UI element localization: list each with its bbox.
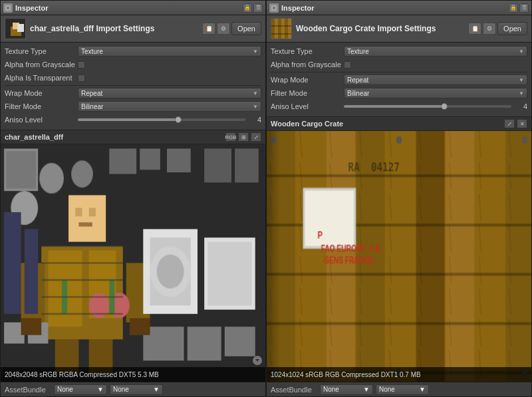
divider-2 — [271, 72, 527, 72]
rgb-icon-btn-1[interactable]: RGB — [225, 132, 236, 142]
titlebar-controls-2: 🔒 ☰ — [509, 3, 529, 13]
wrap-dropdown-arrow-1: ▼ — [253, 90, 258, 96]
assetbundle-label-2: AssetBundle — [271, 386, 317, 394]
filter-mode-dropdown-2[interactable]: Bilinear ▼ — [344, 88, 527, 98]
aniso-label-2: Aniso Level — [271, 102, 344, 110]
panel-title-2: Inspector — [281, 4, 506, 12]
alpha-grayscale-checkbox-1[interactable] — [78, 61, 85, 68]
svg-rect-1 — [7, 7, 9, 9]
aniso-thumb-2 — [441, 103, 448, 110]
filter-mode-row-1: Filter Mode Bilinear ▼ — [5, 100, 261, 112]
asset-title-1: char_astrella_dff Import Settings — [30, 24, 198, 33]
settings-btn-1[interactable]: ⚙ — [217, 23, 230, 35]
texture-type-label-2: Texture Type — [271, 47, 344, 55]
alpha-transparent-row-1: Alpha Is Transparent — [5, 72, 261, 84]
settings-area-1: Texture Type Texture ▼ Alpha from Graysc… — [1, 43, 265, 130]
lock-btn-2[interactable]: 🔒 — [509, 3, 518, 13]
assetbundle-dropdown-2[interactable]: None ▼ — [320, 384, 373, 395]
alpha-grayscale-checkbox-2[interactable] — [344, 61, 351, 68]
asset-thumbnail-2 — [271, 18, 292, 39]
alpha-transparent-label-1: Alpha Is Transparent — [5, 74, 78, 82]
aniso-slider-wrapper-1: 4 — [78, 116, 261, 124]
asset-header-btns-2: 📋 ⚙ Open — [468, 22, 527, 35]
asset-header-2: Wooden Cargo Crate Import Settings 📋 ⚙ O… — [267, 15, 531, 43]
assetbundle-variant-dropdown-2[interactable]: None ▼ — [376, 384, 429, 395]
wrap-mode-row-2: Wrap Mode Repeat ▼ — [271, 74, 527, 86]
aniso-slider-wrapper-2: 4 — [344, 102, 527, 110]
filter-mode-value-1: Bilinear ▼ — [78, 101, 261, 112]
alpha-grayscale-row-2: Alpha from Grayscale — [271, 59, 527, 70]
texture-info-text-2: 1024x1024 sRGB RGB Compressed DXT1 0.7 M… — [271, 371, 421, 378]
resize-icon-btn-1[interactable]: ⤢ — [251, 132, 261, 142]
wrap-mode-value-2: Repeat ▼ — [344, 74, 527, 85]
texture-type-row-1: Texture Type Texture ▼ — [5, 45, 261, 57]
dropdown-arrow: ▼ — [253, 49, 258, 55]
aniso-slider-2[interactable] — [344, 105, 511, 108]
alpha-grayscale-label-1: Alpha from Grayscale — [5, 61, 78, 68]
texture-type-dropdown-2[interactable]: Texture ▼ — [344, 46, 527, 57]
expand-icon-btn-2[interactable]: ⤢ — [504, 119, 515, 128]
filter-mode-label-1: Filter Mode — [5, 102, 78, 110]
preview-label-1: char_astrella_dff — [5, 133, 63, 141]
menu-btn-1[interactable]: ☰ — [253, 3, 263, 13]
alpha-grayscale-label-2: Alpha from Grayscale — [271, 61, 344, 68]
close-icon-btn-2[interactable]: ✕ — [517, 119, 527, 128]
preview-bar-2: Wooden Cargo Crate ⤢ ✕ — [267, 116, 531, 131]
aniso-row-2: Aniso Level 4 — [271, 100, 527, 112]
assetbundle-variant-dropdown-1[interactable]: None ▼ — [110, 384, 163, 395]
alpha-transparent-checkbox-1[interactable] — [78, 74, 85, 82]
aniso-slider-1[interactable] — [78, 118, 245, 121]
texture-info-bar-2: 1024x1024 sRGB RGB Compressed DXT1 0.7 M… — [267, 367, 531, 382]
preview-icons-2: ⤢ ✕ — [504, 119, 527, 128]
bottom-bar-1: AssetBundle None ▼ None ▼ — [1, 382, 265, 396]
menu-btn-2[interactable]: ☰ — [519, 3, 529, 13]
dropdown-arrow-2: ▼ — [519, 49, 524, 55]
copy-btn-2[interactable]: 📋 — [468, 23, 481, 35]
checkers-icon-btn-1[interactable]: ⊞ — [238, 132, 249, 142]
texture-type-value-1: Texture ▼ — [78, 46, 261, 57]
filter-mode-value-2: Bilinear ▼ — [344, 88, 527, 98]
open-btn-2[interactable]: Open — [497, 22, 527, 35]
svg-rect-5 — [273, 7, 275, 9]
wrap-mode-dropdown-1[interactable]: Repeat ▼ — [78, 88, 261, 98]
filter-mode-row-2: Filter Mode Bilinear ▼ — [271, 87, 527, 99]
lock-btn-1[interactable]: 🔒 — [243, 3, 252, 13]
aniso-thumb-1 — [175, 116, 182, 123]
asset-header-btns-1: 📋 ⚙ Open — [202, 22, 261, 35]
texture-type-row-2: Texture Type Texture ▼ — [271, 45, 527, 57]
wrap-mode-label-1: Wrap Mode — [5, 89, 78, 97]
scroll-down-btn-1[interactable] — [252, 355, 263, 367]
filter-dropdown-arrow-2: ▼ — [519, 90, 524, 96]
aniso-label-1: Aniso Level — [5, 116, 78, 124]
texture-preview-2: 1024x1024 sRGB RGB Compressed DXT1 0.7 M… — [267, 131, 531, 382]
texture-info-text-1: 2048x2048 sRGB RGBA Compressed DXT5 5.3 … — [5, 371, 159, 378]
copy-btn-1[interactable]: 📋 — [202, 23, 215, 35]
alpha-grayscale-row-1: Alpha from Grayscale — [5, 59, 261, 70]
preview-label-2: Wooden Cargo Crate — [271, 120, 343, 128]
divider-1 — [5, 85, 261, 86]
wrap-mode-label-2: Wrap Mode — [271, 76, 344, 84]
filter-mode-dropdown-1[interactable]: Bilinear ▼ — [78, 101, 261, 112]
bottom-bar-2: AssetBundle None ▼ None ▼ — [267, 382, 531, 396]
assetbundle-dropdown-1[interactable]: None ▼ — [54, 384, 107, 395]
aniso-value-2: 4 — [514, 102, 527, 110]
panel-icon-1 — [3, 3, 13, 13]
open-btn-1[interactable]: Open — [231, 22, 261, 35]
assetbundle-label-1: AssetBundle — [5, 386, 51, 394]
texture-type-value-2: Texture ▼ — [344, 46, 527, 57]
texture-info-bar-1: 2048x2048 sRGB RGBA Compressed DXT5 5.3 … — [1, 367, 265, 382]
texture-type-dropdown-1[interactable]: Texture ▼ — [78, 46, 261, 57]
filter-mode-label-2: Filter Mode — [271, 89, 344, 97]
settings-area-2: Texture Type Texture ▼ Alpha from Graysc… — [267, 43, 531, 116]
filter-dropdown-arrow-1: ▼ — [253, 104, 258, 110]
wrap-mode-dropdown-2[interactable]: Repeat ▼ — [344, 74, 527, 85]
settings-btn-2[interactable]: ⚙ — [483, 23, 496, 35]
texture-preview-1: 2048x2048 sRGB RGBA Compressed DXT5 5.3 … — [1, 144, 265, 382]
inspector-panel-1: Inspector 🔒 ☰ char_astrella_dff Import S… — [0, 0, 266, 397]
titlebar-1: Inspector 🔒 ☰ — [1, 1, 265, 15]
wrap-dropdown-arrow-2: ▼ — [519, 77, 524, 83]
wrap-mode-value-1: Repeat ▼ — [78, 88, 261, 98]
titlebar-controls-1: 🔒 ☰ — [243, 3, 263, 13]
panel-icon-2 — [269, 3, 279, 13]
asset-header-1: char_astrella_dff Import Settings 📋 ⚙ Op… — [1, 15, 265, 43]
